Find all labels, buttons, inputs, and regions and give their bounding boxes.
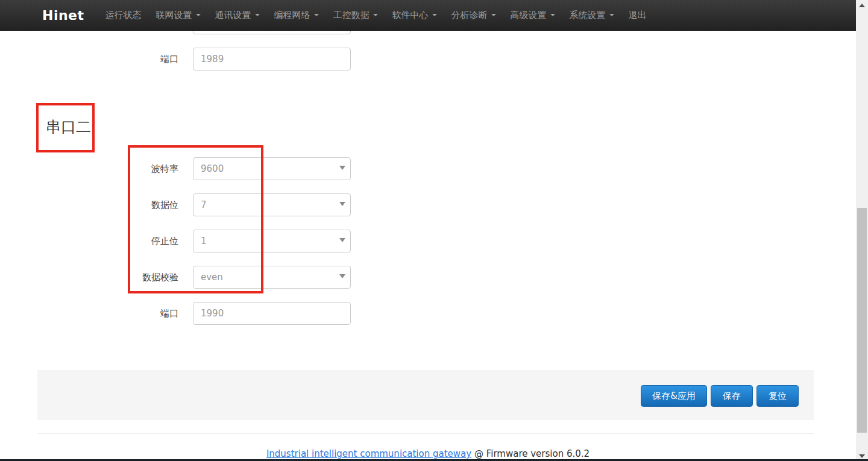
page-content: 端口 串口二 波特率 9600 数据位 7 停止位 1 数据校验 even 端口… <box>0 0 856 461</box>
brand-logo[interactable]: Hinet <box>42 8 84 23</box>
scroll-up-button[interactable] <box>856 0 868 10</box>
nav-item-analysis-diagnosis[interactable]: 分析诊断 <box>444 0 503 31</box>
nav-item-software-center[interactable]: 软件中心 <box>385 0 444 31</box>
baud-rate-value: 9600 <box>201 163 224 174</box>
save-apply-button[interactable]: 保存&应用 <box>641 385 707 407</box>
section-title-serial2: 串口二 <box>46 117 91 137</box>
data-bits-select[interactable]: 7 <box>193 193 351 216</box>
nav-item-advanced-settings[interactable]: 高级设置 <box>503 0 562 31</box>
data-bits-label: 数据位 <box>0 193 178 216</box>
action-bar: 保存&应用 保存 复位 <box>37 371 814 420</box>
caret-down-icon <box>255 14 260 16</box>
parity-label: 数据校验 <box>0 266 178 289</box>
stop-bits-label: 停止位 <box>0 230 178 252</box>
stop-bits-value: 1 <box>201 236 207 246</box>
baud-rate-select[interactable]: 9600 <box>193 157 351 180</box>
firmware-version-text: @ Firmware version 6.0.2 <box>474 448 590 459</box>
serial1-port-label: 端口 <box>0 48 178 71</box>
caret-down-icon <box>373 14 378 16</box>
arrow-up-icon <box>859 4 865 7</box>
data-bits-value: 7 <box>201 199 207 210</box>
caret-down-icon <box>196 14 201 16</box>
caret-down-icon <box>314 14 319 16</box>
baud-rate-label: 波特率 <box>0 157 178 180</box>
nav-item-comm-settings[interactable]: 通讯设置 <box>208 0 267 31</box>
caret-down-icon <box>550 14 555 16</box>
parity-select[interactable]: even <box>193 266 351 289</box>
nav-item-industrial-data[interactable]: 工控数据 <box>326 0 385 31</box>
nav-item-network-settings[interactable]: 联网设置 <box>149 0 208 31</box>
reset-button[interactable]: 复位 <box>756 385 799 407</box>
footer-divider <box>37 433 814 434</box>
save-button[interactable]: 保存 <box>711 385 753 407</box>
chevron-down-icon <box>339 202 345 206</box>
footer: Industrial intelligent communication gat… <box>0 448 856 459</box>
chevron-down-icon <box>339 166 345 170</box>
gateway-link[interactable]: Industrial intelligent communication gat… <box>266 448 471 459</box>
nav-item-running-status[interactable]: 运行状态 <box>98 0 149 31</box>
scrollbar-thumb[interactable] <box>857 208 867 433</box>
nav-menu: 运行状态 联网设置 通讯设置 编程网络 工控数据 软件中心 分析诊断 高级设置 <box>98 0 654 31</box>
serial2-port-input[interactable] <box>193 302 351 325</box>
caret-down-icon <box>432 14 437 16</box>
serial2-port-label: 端口 <box>0 302 178 325</box>
browser-scrollbar[interactable] <box>856 0 868 461</box>
nav-item-system-settings[interactable]: 系统设置 <box>562 0 621 31</box>
caret-down-icon <box>609 14 614 16</box>
parity-value: even <box>201 272 223 283</box>
nav-item-programming-network[interactable]: 编程网络 <box>267 0 326 31</box>
chevron-down-icon <box>339 274 345 278</box>
nav-item-logout[interactable]: 退出 <box>621 0 654 31</box>
serial1-port-input[interactable] <box>193 48 351 71</box>
chevron-down-icon <box>339 238 345 242</box>
arrow-down-icon <box>859 454 865 458</box>
caret-down-icon <box>491 14 496 16</box>
top-navbar: Hinet 运行状态 联网设置 通讯设置 编程网络 工控数据 软件中心 分析诊断 <box>0 0 856 31</box>
stop-bits-select[interactable]: 1 <box>193 230 351 252</box>
